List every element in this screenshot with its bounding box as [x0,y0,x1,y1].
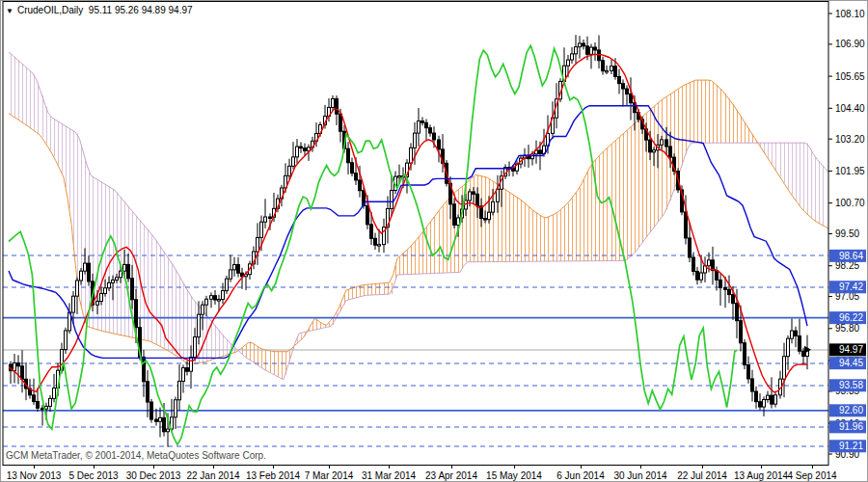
y-axis-label: 99.50 [835,228,859,239]
chart-title: ▼CrudeOIL,Daily 95.11 95.26 94.89 94.97 [6,5,193,15]
y-axis-label: 98.25 [835,260,859,271]
x-axis-label: 23 Apr 2014 [425,470,477,481]
y-axis-label: 106.90 [835,39,865,49]
chart-symbol-period: CrudeOIL,Daily [17,5,83,15]
price-chart-canvas[interactable]: 108.10106.90105.65104.40103.20101.95100.… [1,1,868,482]
badge-label: 98.64 [839,251,863,261]
badge-label: 91.96 [839,421,863,432]
badge-label: 94.45 [839,358,863,368]
x-axis-label: 22 Jul 2014 [677,470,727,481]
mt4-chart-window: 108.10106.90105.65104.40103.20101.95100.… [0,0,868,482]
x-axis-label: 13 Feb 2014 [246,470,301,481]
y-axis-label: 101.95 [835,166,865,176]
badge-label: 92.60 [839,405,863,415]
y-axis-label: 95.80 [835,323,859,334]
badge-label: 94.97 [839,344,863,355]
x-axis-label: 30 Dec 2013 [126,470,181,481]
x-axis-label: 22 Jan 2014 [186,470,239,481]
y-axis-label: 100.70 [835,198,865,208]
copyright-text: GCM MetaTrader, © 2001-2014, MetaQuotes … [6,450,266,461]
x-axis-label: 15 May 2014 [486,470,542,481]
x-axis-label: 13 Nov 2013 [7,470,62,481]
y-axis-label: 103.20 [835,134,865,145]
chart-ohlc-quote: 95.11 95.26 94.89 94.97 [89,5,193,15]
x-axis-label: 31 Mar 2014 [362,470,417,481]
y-axis-label: 105.65 [835,71,865,82]
y-axis: 108.10106.90105.65104.40103.20101.95100.… [828,9,866,460]
x-axis-label: 30 Jun 2014 [613,470,666,481]
plot-border [3,2,828,466]
ichimoku-cloud [12,54,824,379]
y-axis-label: 104.40 [835,103,865,114]
badge-label: 91.21 [839,441,863,451]
x-axis-label: 4 Sep 2014 [787,470,837,481]
x-axis-label: 5 Dec 2013 [68,470,119,481]
badge-label: 96.22 [839,312,863,323]
x-axis-label: 13 Aug 2014 [734,470,789,481]
triangle-down-icon: ▼ [6,7,14,15]
y-axis-label: 108.10 [835,9,865,19]
x-axis: 13 Nov 20135 Dec 201330 Dec 201322 Jan 2… [7,465,837,481]
badge-label: 93.58 [839,380,863,390]
x-axis-label: 7 Mar 2014 [305,470,354,481]
badge-label: 97.42 [839,281,863,292]
x-axis-label: 6 Jun 2014 [556,470,605,481]
